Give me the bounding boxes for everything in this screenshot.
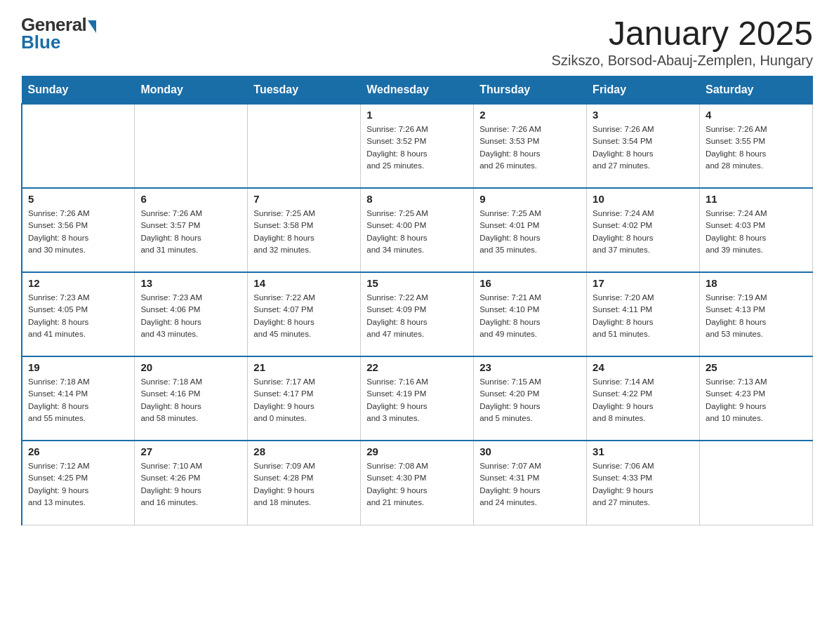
day-info: Sunrise: 7:21 AMSunset: 4:10 PMDaylight:…: [479, 292, 581, 340]
calendar-day-cell: 22Sunrise: 7:16 AMSunset: 4:19 PMDayligh…: [361, 356, 474, 441]
calendar-day-cell: 11Sunrise: 7:24 AMSunset: 4:03 PMDayligh…: [700, 188, 813, 272]
calendar-week-row: 1Sunrise: 7:26 AMSunset: 3:52 PMDaylight…: [22, 104, 813, 188]
day-info: Sunrise: 7:25 AMSunset: 3:58 PMDaylight:…: [253, 208, 355, 256]
day-of-week-header: Saturday: [700, 76, 813, 105]
calendar-day-cell: 8Sunrise: 7:25 AMSunset: 4:00 PMDaylight…: [361, 188, 474, 272]
day-info: Sunrise: 7:26 AMSunset: 3:54 PMDaylight:…: [593, 123, 694, 172]
day-number: 16: [479, 277, 581, 289]
day-info: Sunrise: 7:09 AMSunset: 4:28 PMDaylight:…: [253, 460, 355, 509]
day-number: 11: [706, 193, 807, 205]
calendar-subtitle: Szikszo, Borsod-Abauj-Zemplen, Hungary: [552, 53, 813, 69]
day-number: 4: [706, 109, 807, 121]
day-info: Sunrise: 7:26 AMSunset: 3:52 PMDaylight:…: [366, 123, 468, 172]
day-number: 30: [479, 445, 581, 457]
day-number: 19: [28, 361, 128, 373]
calendar-day-cell: 16Sunrise: 7:21 AMSunset: 4:10 PMDayligh…: [474, 272, 587, 356]
day-number: 26: [28, 445, 128, 457]
day-info: Sunrise: 7:23 AMSunset: 4:06 PMDaylight:…: [140, 292, 241, 340]
calendar-day-cell: 15Sunrise: 7:22 AMSunset: 4:09 PMDayligh…: [361, 272, 474, 356]
day-info: Sunrise: 7:08 AMSunset: 4:30 PMDaylight:…: [366, 460, 468, 509]
day-info: Sunrise: 7:22 AMSunset: 4:09 PMDaylight:…: [366, 292, 468, 340]
calendar-day-cell: 7Sunrise: 7:25 AMSunset: 3:58 PMDaylight…: [248, 188, 361, 272]
day-of-week-header: Tuesday: [248, 76, 361, 105]
calendar-day-cell: 25Sunrise: 7:13 AMSunset: 4:23 PMDayligh…: [700, 356, 813, 441]
day-info: Sunrise: 7:06 AMSunset: 4:33 PMDaylight:…: [593, 460, 694, 509]
calendar-week-row: 19Sunrise: 7:18 AMSunset: 4:14 PMDayligh…: [22, 356, 813, 441]
day-number: 24: [593, 361, 694, 373]
calendar-header-row: SundayMondayTuesdayWednesdayThursdayFrid…: [22, 76, 813, 105]
calendar-day-cell: [135, 104, 248, 188]
day-number: 2: [479, 109, 581, 121]
day-of-week-header: Monday: [135, 76, 248, 105]
day-info: Sunrise: 7:16 AMSunset: 4:19 PMDaylight:…: [366, 376, 468, 424]
logo-arrow-icon: [88, 20, 96, 33]
day-info: Sunrise: 7:24 AMSunset: 4:03 PMDaylight:…: [706, 208, 807, 256]
calendar-day-cell: 31Sunrise: 7:06 AMSunset: 4:33 PMDayligh…: [587, 441, 700, 525]
calendar-day-cell: 4Sunrise: 7:26 AMSunset: 3:55 PMDaylight…: [700, 104, 813, 188]
calendar-week-row: 5Sunrise: 7:26 AMSunset: 3:56 PMDaylight…: [22, 188, 813, 272]
day-info: Sunrise: 7:18 AMSunset: 4:14 PMDaylight:…: [28, 376, 128, 424]
calendar-day-cell: 12Sunrise: 7:23 AMSunset: 4:05 PMDayligh…: [22, 272, 135, 356]
day-number: 7: [253, 193, 355, 205]
day-number: 20: [140, 361, 241, 373]
day-number: 3: [593, 109, 694, 121]
calendar-day-cell: [700, 441, 813, 525]
day-number: 25: [706, 361, 807, 373]
day-info: Sunrise: 7:23 AMSunset: 4:05 PMDaylight:…: [28, 292, 128, 340]
calendar-day-cell: 26Sunrise: 7:12 AMSunset: 4:25 PMDayligh…: [22, 441, 135, 525]
day-number: 15: [366, 277, 468, 289]
day-info: Sunrise: 7:14 AMSunset: 4:22 PMDaylight:…: [593, 376, 694, 424]
day-info: Sunrise: 7:26 AMSunset: 3:55 PMDaylight:…: [706, 123, 807, 172]
day-info: Sunrise: 7:26 AMSunset: 3:57 PMDaylight:…: [140, 208, 241, 256]
calendar-day-cell: 14Sunrise: 7:22 AMSunset: 4:07 PMDayligh…: [248, 272, 361, 356]
day-number: 28: [253, 445, 355, 457]
calendar-day-cell: 2Sunrise: 7:26 AMSunset: 3:53 PMDaylight…: [474, 104, 587, 188]
calendar-day-cell: [248, 104, 361, 188]
day-info: Sunrise: 7:25 AMSunset: 4:01 PMDaylight:…: [479, 208, 581, 256]
day-info: Sunrise: 7:19 AMSunset: 4:13 PMDaylight:…: [706, 292, 807, 340]
day-info: Sunrise: 7:18 AMSunset: 4:16 PMDaylight:…: [140, 376, 241, 424]
calendar-day-cell: 6Sunrise: 7:26 AMSunset: 3:57 PMDaylight…: [135, 188, 248, 272]
day-of-week-header: Friday: [587, 76, 700, 105]
calendar-day-cell: 21Sunrise: 7:17 AMSunset: 4:17 PMDayligh…: [248, 356, 361, 441]
calendar-week-row: 26Sunrise: 7:12 AMSunset: 4:25 PMDayligh…: [22, 441, 813, 525]
day-info: Sunrise: 7:07 AMSunset: 4:31 PMDaylight:…: [479, 460, 581, 509]
logo: General Blue: [21, 14, 96, 53]
calendar-day-cell: 19Sunrise: 7:18 AMSunset: 4:14 PMDayligh…: [22, 356, 135, 441]
calendar-day-cell: 24Sunrise: 7:14 AMSunset: 4:22 PMDayligh…: [587, 356, 700, 441]
day-of-week-header: Sunday: [22, 76, 135, 105]
day-number: 22: [366, 361, 468, 373]
calendar-day-cell: 9Sunrise: 7:25 AMSunset: 4:01 PMDaylight…: [474, 188, 587, 272]
day-info: Sunrise: 7:12 AMSunset: 4:25 PMDaylight:…: [28, 460, 128, 509]
day-info: Sunrise: 7:10 AMSunset: 4:26 PMDaylight:…: [140, 460, 241, 509]
day-number: 1: [366, 109, 468, 121]
day-number: 14: [253, 277, 355, 289]
page-header: General Blue January 2025 Szikszo, Borso…: [21, 14, 813, 69]
day-info: Sunrise: 7:17 AMSunset: 4:17 PMDaylight:…: [253, 376, 355, 424]
calendar-day-cell: 5Sunrise: 7:26 AMSunset: 3:56 PMDaylight…: [22, 188, 135, 272]
calendar-day-cell: 23Sunrise: 7:15 AMSunset: 4:20 PMDayligh…: [474, 356, 587, 441]
title-area: January 2025 Szikszo, Borsod-Abauj-Zempl…: [552, 14, 813, 69]
day-number: 12: [28, 277, 128, 289]
calendar-day-cell: 3Sunrise: 7:26 AMSunset: 3:54 PMDaylight…: [587, 104, 700, 188]
calendar-title: January 2025: [552, 14, 813, 53]
calendar-day-cell: 1Sunrise: 7:26 AMSunset: 3:52 PMDaylight…: [361, 104, 474, 188]
day-number: 31: [593, 445, 694, 457]
day-info: Sunrise: 7:26 AMSunset: 3:53 PMDaylight:…: [479, 123, 581, 172]
day-number: 23: [479, 361, 581, 373]
calendar-day-cell: 20Sunrise: 7:18 AMSunset: 4:16 PMDayligh…: [135, 356, 248, 441]
calendar-day-cell: [22, 104, 135, 188]
day-number: 29: [366, 445, 468, 457]
day-info: Sunrise: 7:22 AMSunset: 4:07 PMDaylight:…: [253, 292, 355, 340]
calendar-day-cell: 27Sunrise: 7:10 AMSunset: 4:26 PMDayligh…: [135, 441, 248, 525]
day-info: Sunrise: 7:24 AMSunset: 4:02 PMDaylight:…: [593, 208, 694, 256]
day-of-week-header: Wednesday: [361, 76, 474, 105]
day-info: Sunrise: 7:13 AMSunset: 4:23 PMDaylight:…: [706, 376, 807, 424]
day-number: 5: [28, 193, 128, 205]
calendar-day-cell: 17Sunrise: 7:20 AMSunset: 4:11 PMDayligh…: [587, 272, 700, 356]
calendar-table: SundayMondayTuesdayWednesdayThursdayFrid…: [21, 76, 813, 525]
calendar-day-cell: 28Sunrise: 7:09 AMSunset: 4:28 PMDayligh…: [248, 441, 361, 525]
day-info: Sunrise: 7:15 AMSunset: 4:20 PMDaylight:…: [479, 376, 581, 424]
calendar-week-row: 12Sunrise: 7:23 AMSunset: 4:05 PMDayligh…: [22, 272, 813, 356]
calendar-day-cell: 13Sunrise: 7:23 AMSunset: 4:06 PMDayligh…: [135, 272, 248, 356]
